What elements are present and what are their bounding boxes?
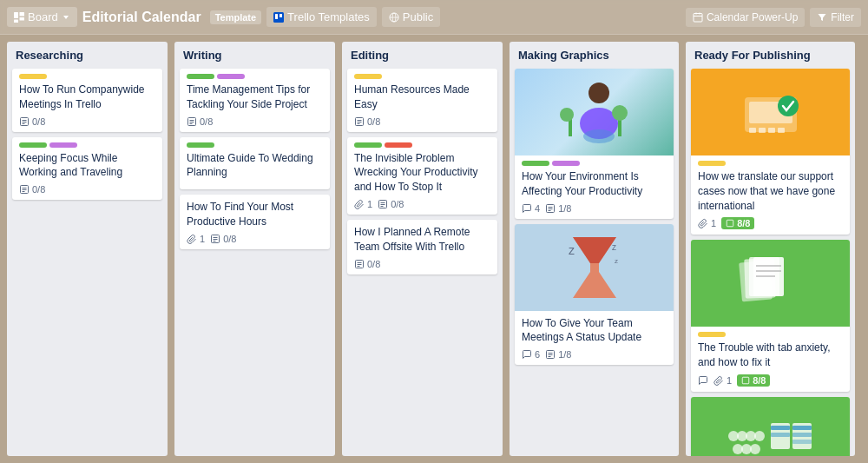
public-button[interactable]: Public: [382, 7, 440, 27]
column-ready-for-publishing: Ready For Publishing: [686, 42, 855, 456]
header-right: Calendar Power-Up Filter: [686, 8, 861, 27]
card-footer: 0/8: [187, 116, 323, 127]
card-meta-checklist: 0/8: [378, 199, 404, 209]
checklist-complete-icon: [741, 376, 750, 385]
attach-count: 1: [367, 199, 372, 209]
checklist-icon: [354, 259, 365, 269]
card-labels: [187, 74, 323, 79]
column-title-ready-for-publishing: Ready For Publishing: [686, 42, 855, 65]
column-cards-editing: Human Resources Made Easy 0/8: [342, 65, 503, 456]
checklist-badge-complete: 8/8: [737, 374, 770, 387]
globe-icon: [389, 12, 399, 23]
svg-rect-65: [768, 128, 775, 133]
checklist-icon: [354, 116, 365, 127]
svg-text:z: z: [612, 242, 616, 252]
board-button[interactable]: Board: [7, 7, 77, 27]
card-p3[interactable]: How To Get To Inbox Zero: [691, 397, 850, 456]
filter-button[interactable]: Filter: [810, 8, 861, 27]
column-cards-making-graphics: How Your Environment Is Affecting Your P…: [510, 65, 679, 456]
checklist-icon: [378, 199, 388, 209]
checklist-count: 1/8: [558, 349, 571, 360]
filter-label: Filter: [831, 11, 854, 23]
attach-icon: [713, 375, 724, 386]
svg-point-42: [589, 83, 609, 103]
card-footer: 6 1/8: [522, 349, 667, 360]
card-p2[interactable]: The Trouble with tab anxiety, and how to…: [691, 240, 850, 392]
comment-icon: [522, 203, 532, 214]
card-labels: [698, 161, 843, 166]
svg-rect-1: [20, 12, 25, 17]
svg-rect-85: [771, 433, 790, 437]
checklist-count: 0/8: [32, 116, 45, 127]
checklist-badge-complete: 8/8: [721, 217, 754, 229]
card-r2[interactable]: Keeping Focus While Working and Travelin…: [12, 137, 162, 201]
card-title: The Invisible Problem Wrecking Your Prod…: [354, 151, 490, 195]
svg-rect-89: [792, 440, 812, 444]
card-meta-checklist: 0/8: [187, 116, 213, 127]
checklist-icon: [187, 116, 197, 127]
calendar-icon: [693, 12, 703, 23]
checklist-icon: [210, 234, 220, 244]
inbox-zero-svg: [723, 406, 819, 456]
card-meta-attach: 1: [713, 375, 732, 386]
card-title: How To Give Your Team Meetings A Status …: [522, 316, 667, 346]
card-meta-attach: 1: [354, 199, 372, 209]
card-labels: [354, 142, 490, 148]
card-e2[interactable]: The Invisible Problem Wrecking Your Prod…: [347, 137, 497, 215]
attach-icon: [698, 218, 708, 228]
card-r1[interactable]: How To Run Companywide Meetings In Trell…: [12, 69, 162, 132]
card-cover-green-pages: [691, 240, 850, 327]
trello-templates-button[interactable]: Trello Templates: [266, 7, 377, 27]
app-header: Board Editorial Calendar Template Trello…: [0, 0, 868, 35]
svg-rect-2: [20, 17, 25, 21]
card-meta-attach: 1: [187, 234, 205, 244]
card-w1[interactable]: Time Management Tips for Tackling Your S…: [180, 69, 330, 132]
board-label: Board: [28, 10, 58, 23]
comment-count: 4: [535, 203, 540, 214]
card-title: How To Find Your Most Productive Hours: [187, 200, 323, 229]
svg-rect-63: [749, 128, 756, 133]
card-g2[interactable]: z z z How To Give Your Team Meetings A S…: [515, 224, 674, 366]
comment-icon: [522, 349, 532, 360]
card-w2[interactable]: Ultimate Guide To Wedding Planning: [180, 137, 330, 190]
checklist-count: 0/8: [200, 116, 213, 127]
card-footer: 1 8/8: [698, 217, 843, 229]
card-w3[interactable]: How To Find Your Most Productive Hours 1: [180, 195, 330, 249]
trello-templates-label: Trello Templates: [287, 10, 370, 23]
column-making-graphics: Making Graphics: [510, 42, 679, 456]
checklist-count: 0/8: [32, 184, 45, 195]
card-e3[interactable]: How I Planned A Remote Team Offsite With…: [347, 220, 497, 274]
chevron-down-icon: [62, 13, 70, 22]
column-title-making-graphics: Making Graphics: [510, 42, 679, 65]
filter-icon: [817, 12, 827, 23]
card-meta-checklist: 0/8: [354, 116, 380, 127]
calendar-powerup-button[interactable]: Calendar Power-Up: [686, 8, 805, 27]
checklist-icon: [19, 116, 30, 127]
attach-icon: [354, 199, 365, 209]
svg-rect-45: [569, 119, 572, 136]
svg-rect-5: [275, 14, 278, 19]
column-cards-researching: How To Run Companywide Meetings In Trell…: [7, 65, 168, 456]
label-yellow: [19, 74, 47, 79]
card-meta-checklist: 1/8: [545, 203, 571, 214]
checklist-icon: [545, 203, 556, 214]
card-e1[interactable]: Human Resources Made Easy 0/8: [347, 69, 497, 132]
checklist-count: 0/8: [391, 199, 404, 209]
card-cover-inbox: [691, 397, 850, 456]
svg-rect-67: [727, 221, 733, 228]
svg-point-79: [754, 431, 765, 441]
svg-rect-3: [14, 19, 18, 23]
card-g1[interactable]: How Your Environment Is Affecting Your P…: [515, 69, 674, 219]
card-labels: [187, 142, 323, 148]
label-purple: [552, 161, 580, 166]
board-title: Editorial Calendar: [82, 10, 201, 25]
publish-orange-svg: [727, 76, 814, 149]
svg-rect-75: [742, 377, 749, 384]
card-title: Time Management Tips for Tackling Your S…: [187, 83, 323, 112]
card-meta-checklist: 0/8: [19, 184, 45, 195]
card-meta-checklist: 1/8: [545, 349, 571, 360]
calendar-powerup-label: Calendar Power-Up: [707, 11, 798, 23]
attach-count: 1: [727, 375, 732, 386]
card-p1[interactable]: How we translate our support cases now t…: [691, 69, 850, 235]
checklist-count: 0/8: [367, 116, 380, 127]
